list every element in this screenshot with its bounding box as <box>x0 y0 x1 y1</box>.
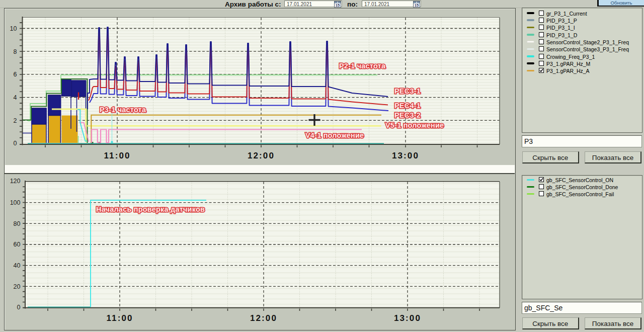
svg-text:80: 80 <box>14 220 21 227</box>
svg-text:100: 100 <box>10 199 21 206</box>
svg-text:12:00: 12:00 <box>250 313 277 323</box>
svg-text:2: 2 <box>14 117 17 124</box>
svg-text:20: 20 <box>14 283 21 290</box>
svg-text:120: 120 <box>10 178 21 185</box>
svg-text:40: 40 <box>14 262 21 269</box>
svg-text:15: 15 <box>415 3 419 8</box>
svg-text:60: 60 <box>14 241 21 248</box>
svg-text:0: 0 <box>14 140 17 147</box>
svg-text:4: 4 <box>14 94 17 101</box>
svg-text:6: 6 <box>14 71 17 78</box>
svg-text:12:00: 12:00 <box>248 151 275 160</box>
svg-text:Р2-1 частота: Р2-1 частота <box>339 62 386 70</box>
svg-text:11:00: 11:00 <box>106 313 133 323</box>
svg-text:13:00: 13:00 <box>394 313 421 323</box>
svg-text:11:00: 11:00 <box>104 151 130 160</box>
svg-text:8: 8 <box>14 48 17 55</box>
svg-text:V5-1 положение: V5-1 положение <box>385 121 444 129</box>
svg-text:РЕС4-1: РЕС4-1 <box>394 102 421 110</box>
svg-text:V4-1 положение: V4-1 положение <box>305 131 364 139</box>
svg-text:13:00: 13:00 <box>392 151 419 160</box>
svg-text:РЕС3-1: РЕС3-1 <box>394 87 421 95</box>
svg-text:15: 15 <box>336 3 340 8</box>
svg-text:РЕС3-2: РЕС3-2 <box>394 111 421 119</box>
svg-text:10: 10 <box>10 25 17 32</box>
svg-text:Началась проверка датчиков: Началась проверка датчиков <box>96 205 205 213</box>
svg-text:0: 0 <box>17 304 21 311</box>
svg-text:Р3-1 частота: Р3-1 частота <box>100 106 146 114</box>
